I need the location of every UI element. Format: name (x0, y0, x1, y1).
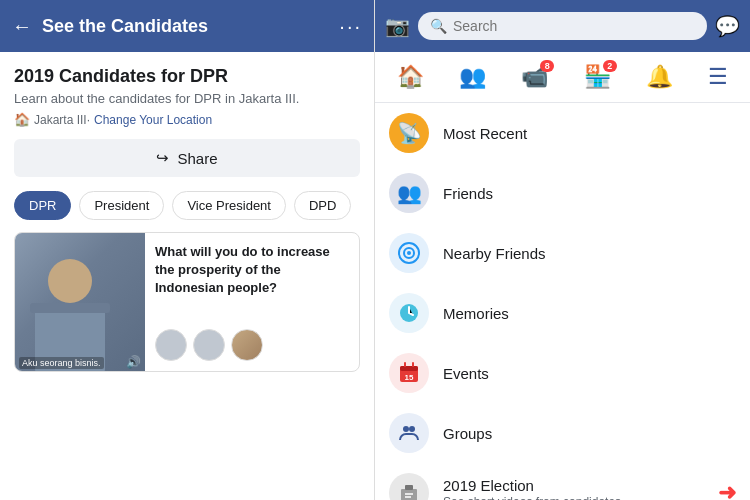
election-arrow-icon: ➜ (718, 480, 736, 500)
filter-tabs: DPR President Vice President DPD (14, 191, 360, 220)
location-text: Jakarta III (34, 113, 87, 127)
menu-list: 📡 Most Recent 👥 Friends Nearby Friends (375, 103, 750, 500)
menu-nearby-friends[interactable]: Nearby Friends (375, 223, 750, 283)
election-icon (389, 473, 429, 500)
nav-video[interactable]: 📹 8 (513, 60, 556, 94)
back-button[interactable]: ← (12, 15, 32, 38)
separator: · (87, 113, 90, 127)
camera-icon[interactable]: 📷 (385, 14, 410, 38)
page-title: 2019 Candidates for DPR (14, 66, 360, 87)
candidate-card[interactable]: Aku seorang bisnis. 🔊 What will you do t… (14, 232, 360, 372)
memories-text: Memories (443, 305, 736, 322)
friends-icon: 👥 (389, 173, 429, 213)
location-row: 🏠 Jakarta III · Change Your Location (14, 112, 360, 127)
nav-shop[interactable]: 🏪 2 (576, 60, 619, 94)
svg-text:15: 15 (405, 373, 414, 382)
left-panel: ← See the Candidates ··· 2019 Candidates… (0, 0, 375, 500)
friends-text: Friends (443, 185, 736, 202)
messenger-icon[interactable]: 💬 (715, 14, 740, 38)
video-badge: 8 (540, 60, 554, 72)
memories-icon (389, 293, 429, 333)
menu-most-recent[interactable]: 📡 Most Recent (375, 103, 750, 163)
svg-point-13 (409, 426, 415, 432)
menu-friends[interactable]: 👥 Friends (375, 163, 750, 223)
events-icon: 15 (389, 353, 429, 393)
nearby-friends-icon (389, 233, 429, 273)
nav-home[interactable]: 🏠 (389, 60, 432, 94)
image-caption: Aku seorang bisnis. (19, 357, 104, 369)
svg-rect-2 (30, 303, 110, 313)
election-sublabel: See short videos from candidates. (443, 495, 704, 500)
svg-rect-9 (404, 362, 406, 367)
share-label: Share (177, 150, 217, 167)
election-text: 2019 Election See short videos from cand… (443, 477, 704, 500)
change-location-button[interactable]: Change Your Location (94, 113, 212, 127)
page-subtitle: Learn about the candidates for DPR in Ja… (14, 91, 360, 106)
candidate-avatars (155, 329, 349, 361)
nav-menu[interactable]: ☰ (700, 60, 736, 94)
right-header: 📷 🔍 💬 (375, 0, 750, 52)
most-recent-label: Most Recent (443, 125, 736, 142)
shop-badge: 2 (603, 60, 617, 72)
svg-rect-8 (400, 366, 418, 371)
svg-point-0 (48, 259, 92, 303)
svg-point-5 (407, 251, 411, 255)
nav-people[interactable]: 👥 (451, 60, 494, 94)
groups-icon (389, 413, 429, 453)
hamburger-icon: ☰ (708, 64, 728, 90)
election-label: 2019 Election (443, 477, 704, 494)
svg-rect-10 (412, 362, 414, 367)
filter-president[interactable]: President (79, 191, 164, 220)
home-icon: 🏠 (397, 64, 424, 90)
avatar-3 (231, 329, 263, 361)
page-header-title: See the Candidates (42, 16, 339, 37)
candidate-info: What will you do to increase the prosper… (145, 233, 359, 371)
groups-text: Groups (443, 425, 736, 442)
menu-events[interactable]: 15 Events (375, 343, 750, 403)
candidate-question: What will you do to increase the prosper… (155, 243, 349, 298)
groups-label: Groups (443, 425, 736, 442)
candidate-image: Aku seorang bisnis. 🔊 (15, 233, 145, 372)
search-icon: 🔍 (430, 18, 447, 34)
nearby-friends-text: Nearby Friends (443, 245, 736, 262)
nav-bell[interactable]: 🔔 (638, 60, 681, 94)
most-recent-text: Most Recent (443, 125, 736, 142)
avatar-2 (193, 329, 225, 361)
menu-memories[interactable]: Memories (375, 283, 750, 343)
left-content: 2019 Candidates for DPR Learn about the … (0, 52, 374, 500)
search-input[interactable] (453, 18, 695, 34)
share-button[interactable]: ↪ Share (14, 139, 360, 177)
share-icon: ↪ (156, 149, 169, 167)
filter-dpd[interactable]: DPD (294, 191, 351, 220)
friends-nav-icon: 👥 (459, 64, 486, 90)
nav-icons-bar: 🏠 👥 📹 8 🏪 2 🔔 ☰ (375, 52, 750, 103)
filter-vice-president[interactable]: Vice President (172, 191, 286, 220)
svg-rect-15 (405, 485, 413, 490)
nearby-friends-label: Nearby Friends (443, 245, 736, 262)
most-recent-icon: 📡 (389, 113, 429, 153)
friends-label: Friends (443, 185, 736, 202)
left-header: ← See the Candidates ··· (0, 0, 374, 52)
speaker-icon: 🔊 (126, 355, 141, 369)
right-panel: 📷 🔍 💬 🏠 👥 📹 8 🏪 2 🔔 ☰ 📡 (375, 0, 750, 500)
events-label: Events (443, 365, 736, 382)
svg-point-12 (403, 426, 409, 432)
menu-election[interactable]: 2019 Election See short videos from cand… (375, 463, 750, 500)
memories-label: Memories (443, 305, 736, 322)
filter-dpr[interactable]: DPR (14, 191, 71, 220)
menu-groups[interactable]: Groups (375, 403, 750, 463)
location-icon: 🏠 (14, 112, 30, 127)
events-text: Events (443, 365, 736, 382)
bell-nav-icon: 🔔 (646, 64, 673, 90)
more-options-button[interactable]: ··· (339, 15, 362, 38)
search-bar[interactable]: 🔍 (418, 12, 707, 40)
candidate-person-image (25, 253, 115, 372)
avatar-1 (155, 329, 187, 361)
